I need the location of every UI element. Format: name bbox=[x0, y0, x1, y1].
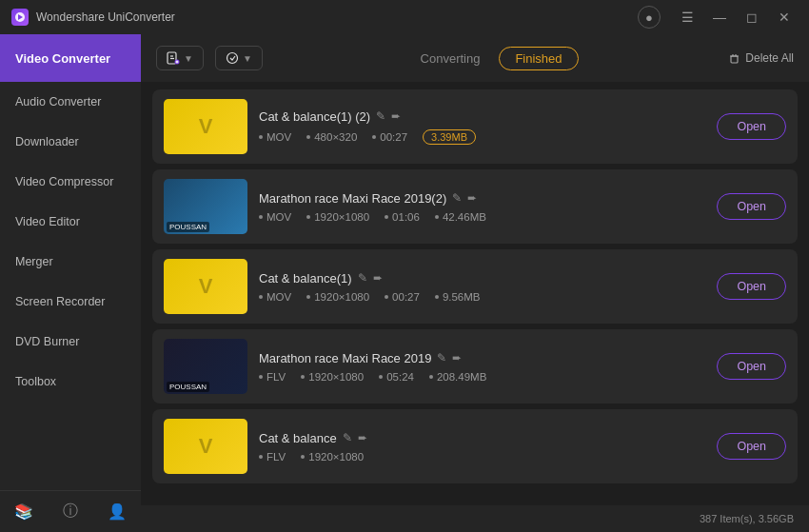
file-resolution-5: 1920×1080 bbox=[301, 451, 364, 463]
dot-icon bbox=[259, 215, 263, 219]
file-thumbnail-1: V bbox=[164, 99, 247, 154]
file-info-4: Marathon race Maxi Race 2019 ✎ ➨ FLV 192… bbox=[259, 351, 705, 383]
thumb-yellow-1: V bbox=[164, 99, 247, 154]
forward-icon-2[interactable]: ➨ bbox=[467, 191, 477, 205]
tab-converting[interactable]: Converting bbox=[413, 48, 488, 69]
hamburger-icon[interactable]: ☰ bbox=[674, 4, 700, 30]
minimize-icon[interactable]: — bbox=[706, 4, 733, 30]
file-info-3: Cat & balance(1) ✎ ➨ MOV 1920×1080 bbox=[259, 271, 705, 303]
add-file-button[interactable]: ▼ bbox=[156, 46, 204, 70]
toolbar: ▼ ▼ Converting Finished bbox=[141, 34, 809, 82]
dot-icon bbox=[306, 215, 310, 219]
open-button-1[interactable]: Open bbox=[717, 113, 786, 140]
list-item: POUSSAN Marathon race Maxi Race 2019 ✎ ➨… bbox=[152, 329, 798, 404]
edit-icon-1[interactable]: ✎ bbox=[376, 109, 385, 123]
svg-rect-9 bbox=[731, 56, 738, 63]
sidebar-active-label: Video Converter bbox=[15, 51, 110, 66]
file-duration-2: 01:06 bbox=[385, 211, 420, 223]
list-item: V Cat & balance(1) (2) ✎ ➨ MOV bbox=[152, 89, 798, 164]
file-duration-3: 00:27 bbox=[385, 291, 420, 303]
convert-chevron: ▼ bbox=[243, 53, 252, 64]
dot-icon bbox=[259, 375, 263, 379]
book-icon[interactable]: 📚 bbox=[14, 502, 33, 521]
person-icon[interactable]: 👤 bbox=[108, 502, 127, 521]
question-icon[interactable]: ⓘ bbox=[63, 502, 78, 522]
file-name-3: Cat & balance(1) bbox=[259, 271, 352, 286]
forward-icon-5[interactable]: ➨ bbox=[358, 431, 367, 444]
thumb-yellow-5: V bbox=[164, 419, 247, 474]
user-avatar-icon[interactable]: ● bbox=[638, 6, 661, 29]
status-count: 387 Item(s), 3.56GB bbox=[700, 513, 794, 524]
open-button-5[interactable]: Open bbox=[717, 433, 786, 460]
thumb-v-icon: V bbox=[199, 434, 213, 459]
file-name-row-1: Cat & balance(1) (2) ✎ ➨ bbox=[259, 109, 705, 124]
file-format-1: MOV bbox=[259, 131, 291, 143]
main-layout: Video Converter Audio Converter Download… bbox=[0, 34, 809, 532]
sidebar-item-audio-converter[interactable]: Audio Converter bbox=[0, 82, 141, 122]
file-name-row-2: Marathon race Maxi Race 2019(2) ✎ ➨ bbox=[259, 191, 705, 206]
edit-icon-5[interactable]: ✎ bbox=[343, 431, 352, 444]
file-name-5: Cat & balance bbox=[259, 431, 337, 445]
sidebar-item-toolbox[interactable]: Toolbox bbox=[0, 362, 141, 402]
file-format-5: FLV bbox=[259, 451, 286, 463]
tab-finished[interactable]: Finished bbox=[499, 47, 578, 70]
open-button-4[interactable]: Open bbox=[717, 353, 786, 380]
restore-icon[interactable]: ◻ bbox=[739, 4, 765, 30]
convert-settings-button[interactable]: ▼ bbox=[215, 46, 263, 70]
sidebar-active-item[interactable]: Video Converter bbox=[0, 34, 141, 82]
sidebar-item-video-editor[interactable]: Video Editor bbox=[0, 202, 141, 242]
file-format-3: MOV bbox=[259, 291, 291, 303]
sidebar-item-merger[interactable]: Merger bbox=[0, 242, 141, 282]
sidebar-footer: 📚 ⓘ 👤 bbox=[0, 490, 141, 532]
file-size-2: 42.46MB bbox=[435, 211, 486, 223]
thumb-label-2: POUSSAN bbox=[167, 222, 209, 232]
delete-all-button[interactable]: Delete All bbox=[728, 51, 794, 65]
trash-icon bbox=[728, 52, 740, 65]
dot-icon bbox=[306, 135, 310, 139]
file-meta-2: MOV 1920×1080 01:06 42.46MB bbox=[259, 211, 705, 223]
sidebar-item-dvd-burner[interactable]: DVD Burner bbox=[0, 322, 141, 362]
list-item: V Cat & balance ✎ ➨ FLV bbox=[152, 409, 798, 483]
sidebar: Video Converter Audio Converter Download… bbox=[0, 34, 141, 532]
forward-icon-4[interactable]: ➨ bbox=[452, 351, 462, 365]
file-info-5: Cat & balance ✎ ➨ FLV 1920×1080 bbox=[259, 431, 705, 463]
dot-icon bbox=[385, 295, 388, 299]
dot-icon bbox=[301, 375, 305, 379]
file-format-2: MOV bbox=[259, 211, 291, 223]
dot-icon bbox=[259, 295, 263, 299]
file-thumbnail-3: V bbox=[164, 259, 247, 314]
file-meta-3: MOV 1920×1080 00:27 9.56MB bbox=[259, 291, 705, 303]
open-button-2[interactable]: Open bbox=[717, 193, 786, 220]
thumb-dark-4: POUSSAN bbox=[164, 339, 247, 394]
convert-icon bbox=[226, 51, 239, 65]
file-size-3: 9.56MB bbox=[435, 291, 481, 303]
file-meta-5: FLV 1920×1080 bbox=[259, 451, 705, 463]
delete-all-label: Delete All bbox=[745, 51, 794, 65]
file-list: V Cat & balance(1) (2) ✎ ➨ MOV bbox=[141, 82, 809, 505]
forward-icon-3[interactable]: ➨ bbox=[373, 271, 383, 285]
edit-icon-4[interactable]: ✎ bbox=[437, 351, 446, 365]
file-thumbnail-2: POUSSAN bbox=[164, 179, 247, 234]
file-size-4: 208.49MB bbox=[429, 371, 486, 383]
thumb-v-icon: V bbox=[199, 274, 213, 299]
file-resolution-1: 480×320 bbox=[306, 131, 357, 143]
file-name-row-5: Cat & balance ✎ ➨ bbox=[259, 431, 705, 445]
edit-icon-2[interactable]: ✎ bbox=[452, 191, 462, 205]
file-resolution-3: 1920×1080 bbox=[306, 291, 369, 303]
close-icon[interactable]: ✕ bbox=[771, 4, 798, 30]
sidebar-item-downloader[interactable]: Downloader bbox=[0, 122, 141, 162]
sidebar-item-video-compressor[interactable]: Video Compressor bbox=[0, 162, 141, 202]
status-bar: 387 Item(s), 3.56GB bbox=[141, 505, 809, 532]
file-resolution-2: 1920×1080 bbox=[306, 211, 369, 223]
forward-icon-1[interactable]: ➨ bbox=[391, 109, 401, 123]
thumb-v-icon: V bbox=[199, 114, 213, 139]
sidebar-item-screen-recorder[interactable]: Screen Recorder bbox=[0, 282, 141, 322]
dot-icon bbox=[435, 295, 439, 299]
content-area: ▼ ▼ Converting Finished bbox=[141, 34, 809, 532]
dot-icon bbox=[379, 375, 383, 379]
edit-icon-3[interactable]: ✎ bbox=[358, 271, 367, 285]
open-button-3[interactable]: Open bbox=[717, 273, 786, 300]
file-thumbnail-4: POUSSAN bbox=[164, 339, 247, 394]
window-controls: ● ☰ — ◻ ✕ bbox=[638, 4, 798, 30]
dot-icon bbox=[259, 455, 263, 459]
